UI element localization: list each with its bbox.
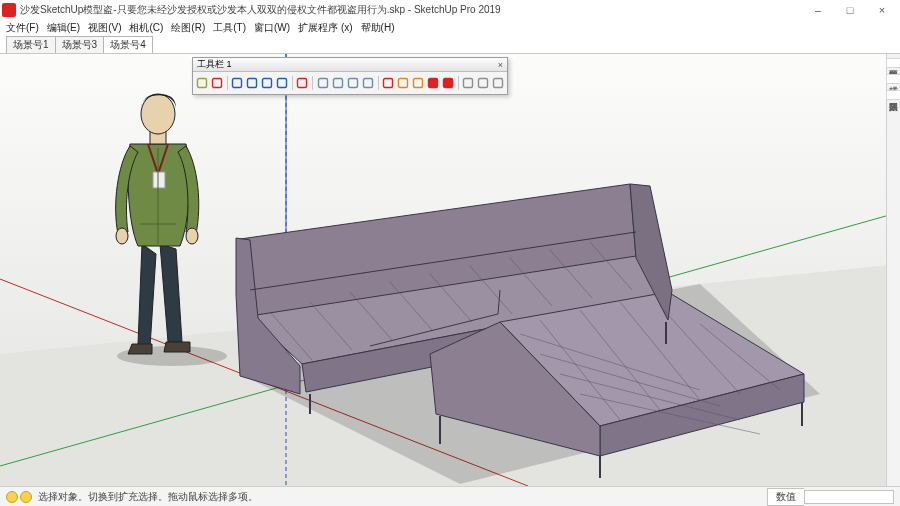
svg-rect-51 bbox=[248, 79, 257, 88]
arrow-icon[interactable] bbox=[492, 76, 504, 90]
warning-icon[interactable] bbox=[6, 491, 18, 503]
titlebar: 沙发SketchUp模型盗-只要您未经沙发授权或沙发本人双双的侵权文件都视盗用行… bbox=[0, 0, 900, 20]
floating-toolbar[interactable]: 工具栏 1 × bbox=[192, 57, 508, 95]
svg-rect-9 bbox=[153, 172, 165, 188]
toolbar-row bbox=[193, 72, 507, 94]
svg-rect-56 bbox=[333, 79, 342, 88]
cube-icon[interactable] bbox=[412, 76, 424, 90]
figure-person bbox=[116, 94, 199, 354]
toolbar-title: 工具栏 1 bbox=[197, 58, 232, 71]
tray-tab-3[interactable]: 阴影效果 bbox=[886, 90, 900, 100]
toolbar-close-icon[interactable]: × bbox=[498, 60, 503, 70]
menu-view[interactable]: 视图(V) bbox=[86, 21, 123, 35]
globe-4-icon[interactable] bbox=[362, 76, 374, 90]
scene-tabs: 场景号1 场景号3 场景号4 bbox=[0, 36, 900, 54]
tray-tab-1[interactable]: 默认面板 bbox=[886, 58, 900, 68]
svg-rect-50 bbox=[233, 79, 242, 88]
window-controls: – □ × bbox=[802, 1, 898, 19]
menu-draw[interactable]: 绘图(R) bbox=[169, 21, 207, 35]
svg-rect-49 bbox=[213, 79, 222, 88]
menubar: 文件(F) 编辑(E) 视图(V) 相机(C) 绘图(R) 工具(T) 窗口(W… bbox=[0, 20, 900, 36]
scene-canvas bbox=[0, 54, 900, 486]
window-title: 沙发SketchUp模型盗-只要您未经沙发授权或沙发本人双双的侵权文件都视盗用行… bbox=[20, 3, 802, 17]
svg-point-8 bbox=[186, 228, 198, 244]
svg-rect-52 bbox=[263, 79, 272, 88]
scene-tab-2[interactable]: 场景号3 bbox=[55, 36, 105, 53]
rect-icon[interactable] bbox=[211, 76, 223, 90]
viewport[interactable]: 默认面板 样式 阴影效果 工具栏 1 × bbox=[0, 54, 900, 486]
select-blue-3[interactable] bbox=[261, 76, 273, 90]
svg-rect-60 bbox=[398, 79, 407, 88]
globe-3-icon[interactable] bbox=[347, 76, 359, 90]
svg-rect-57 bbox=[348, 79, 357, 88]
scene-tab-3[interactable]: 场景号4 bbox=[103, 36, 153, 53]
menu-help[interactable]: 帮助(H) bbox=[359, 21, 397, 35]
svg-rect-61 bbox=[413, 79, 422, 88]
camera-red-icon[interactable] bbox=[427, 76, 439, 90]
svg-rect-64 bbox=[464, 79, 473, 88]
menu-file[interactable]: 文件(F) bbox=[4, 21, 41, 35]
globe-1-icon[interactable] bbox=[317, 76, 329, 90]
svg-rect-59 bbox=[383, 79, 392, 88]
edit-icon[interactable] bbox=[196, 76, 208, 90]
toolbar-titlebar[interactable]: 工具栏 1 × bbox=[193, 58, 507, 72]
svg-rect-53 bbox=[278, 79, 287, 88]
menu-camera[interactable]: 相机(C) bbox=[127, 21, 165, 35]
link-icon[interactable] bbox=[462, 76, 474, 90]
menu-edit[interactable]: 编辑(E) bbox=[45, 21, 82, 35]
svg-rect-58 bbox=[363, 79, 372, 88]
tray-bar: 默认面板 样式 阴影效果 bbox=[886, 54, 900, 486]
measurement-label: 数值 bbox=[767, 488, 804, 506]
camera2-red-icon[interactable] bbox=[442, 76, 454, 90]
maximize-button[interactable]: □ bbox=[834, 1, 866, 19]
box-icon[interactable] bbox=[397, 76, 409, 90]
tray-tab-2[interactable]: 样式 bbox=[886, 74, 900, 84]
measurement-input[interactable] bbox=[804, 490, 894, 504]
svg-point-7 bbox=[116, 228, 128, 244]
svg-rect-65 bbox=[479, 79, 488, 88]
svg-rect-66 bbox=[494, 79, 503, 88]
globe-2-icon[interactable] bbox=[332, 76, 344, 90]
red-dot-icon[interactable] bbox=[296, 76, 308, 90]
svg-rect-63 bbox=[443, 79, 452, 88]
statusbar: 选择对象。切换到扩充选择。拖动鼠标选择多项。 数值 bbox=[0, 486, 900, 506]
warning-icon-2[interactable] bbox=[20, 491, 32, 503]
svg-rect-62 bbox=[428, 79, 437, 88]
svg-rect-48 bbox=[198, 79, 207, 88]
menu-tools[interactable]: 工具(T) bbox=[211, 21, 248, 35]
status-message: 选择对象。切换到扩充选择。拖动鼠标选择多项。 bbox=[34, 490, 767, 504]
svg-rect-54 bbox=[298, 79, 307, 88]
close-button[interactable]: × bbox=[866, 1, 898, 19]
minimize-button[interactable]: – bbox=[802, 1, 834, 19]
select-blue-1[interactable] bbox=[231, 76, 243, 90]
svg-rect-55 bbox=[318, 79, 327, 88]
menu-window[interactable]: 窗口(W) bbox=[252, 21, 292, 35]
app-icon bbox=[2, 3, 16, 17]
page-icon[interactable] bbox=[477, 76, 489, 90]
svg-point-11 bbox=[141, 94, 175, 134]
select-blue-4[interactable] bbox=[276, 76, 288, 90]
menu-ext[interactable]: 扩展程序 (x) bbox=[296, 21, 354, 35]
select-blue-2[interactable] bbox=[246, 76, 258, 90]
gear-icon[interactable] bbox=[382, 76, 394, 90]
scene-tab-1[interactable]: 场景号1 bbox=[6, 36, 56, 53]
